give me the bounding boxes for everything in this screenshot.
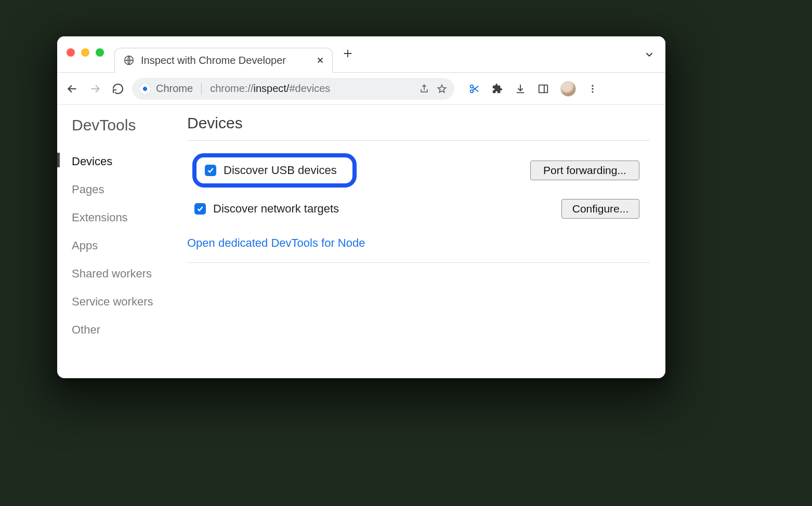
discover-usb-option[interactable]: Discover USB devices bbox=[192, 153, 357, 188]
page-heading: Devices bbox=[187, 114, 650, 141]
svg-point-1 bbox=[470, 85, 474, 88]
share-icon[interactable] bbox=[419, 84, 429, 94]
sidebar-item-apps[interactable]: Apps bbox=[72, 232, 187, 260]
sidebar-item-extensions[interactable]: Extensions bbox=[72, 204, 187, 232]
configure-button[interactable]: Configure... bbox=[561, 199, 639, 219]
tabs-dropdown-button[interactable] bbox=[644, 49, 655, 60]
sidebar-item-other[interactable]: Other bbox=[72, 316, 187, 344]
omnibox-origin-label: Chrome bbox=[156, 83, 193, 95]
fullscreen-window-button[interactable] bbox=[96, 48, 104, 57]
omnibox-url: chrome://inspect/#devices bbox=[210, 83, 330, 95]
reload-button[interactable] bbox=[109, 80, 127, 98]
discover-usb-label: Discover USB devices bbox=[224, 164, 337, 177]
svg-point-2 bbox=[470, 89, 474, 92]
sidebar-item-shared-workers[interactable]: Shared workers bbox=[72, 260, 187, 288]
port-forwarding-button[interactable]: Port forwarding... bbox=[530, 161, 639, 180]
toolbar-actions bbox=[469, 81, 598, 97]
svg-point-5 bbox=[592, 88, 593, 89]
bookmark-star-icon[interactable] bbox=[437, 84, 447, 94]
svg-point-6 bbox=[592, 91, 593, 92]
globe-icon bbox=[123, 55, 135, 66]
checkbox-checked-icon[interactable] bbox=[194, 203, 206, 215]
svg-rect-3 bbox=[539, 85, 548, 92]
titlebar: Inspect with Chrome Developer bbox=[57, 36, 665, 73]
checkbox-checked-icon[interactable] bbox=[205, 165, 216, 176]
sidebar: DevTools Devices Pages Extensions Apps S… bbox=[57, 105, 187, 378]
network-row: Discover network targets Configure... bbox=[187, 199, 650, 219]
toolbar: Chrome chrome://inspect/#devices bbox=[57, 73, 665, 105]
divider bbox=[187, 262, 650, 263]
discover-network-option[interactable]: Discover network targets bbox=[187, 199, 347, 219]
forward-button[interactable] bbox=[86, 80, 104, 98]
window-controls bbox=[67, 48, 104, 57]
browser-window: Inspect with Chrome Developer bbox=[57, 36, 665, 378]
new-tab-button[interactable] bbox=[342, 48, 353, 59]
sidebar-item-service-workers[interactable]: Service workers bbox=[72, 288, 187, 316]
main-panel: Devices Discover USB devices Port forwar… bbox=[187, 105, 665, 378]
devtools-logo: DevTools bbox=[72, 116, 187, 134]
extensions-puzzle-icon[interactable] bbox=[492, 83, 503, 95]
minimize-window-button[interactable] bbox=[81, 48, 89, 57]
menu-dots-icon[interactable] bbox=[587, 84, 598, 94]
separator bbox=[201, 83, 202, 95]
browser-tab[interactable]: Inspect with Chrome Developer bbox=[114, 48, 333, 73]
sidebar-item-devices[interactable]: Devices bbox=[72, 148, 187, 176]
address-bar[interactable]: Chrome chrome://inspect/#devices bbox=[132, 78, 454, 100]
chrome-icon bbox=[139, 83, 151, 95]
discover-network-label: Discover network targets bbox=[213, 202, 339, 216]
usb-row: Discover USB devices Port forwarding... bbox=[187, 153, 650, 188]
sidebar-item-pages[interactable]: Pages bbox=[72, 176, 187, 204]
downloads-icon[interactable] bbox=[515, 83, 526, 95]
page-content: DevTools Devices Pages Extensions Apps S… bbox=[57, 105, 665, 378]
open-node-devtools-link[interactable]: Open dedicated DevTools for Node bbox=[187, 230, 365, 258]
back-button[interactable] bbox=[63, 80, 81, 98]
close-window-button[interactable] bbox=[67, 48, 75, 57]
scissors-icon[interactable] bbox=[469, 83, 480, 95]
svg-point-4 bbox=[592, 85, 593, 86]
close-tab-icon[interactable] bbox=[312, 56, 325, 65]
tab-title: Inspect with Chrome Developer bbox=[141, 55, 306, 66]
profile-avatar[interactable] bbox=[560, 81, 576, 97]
side-panel-icon[interactable] bbox=[538, 83, 549, 95]
